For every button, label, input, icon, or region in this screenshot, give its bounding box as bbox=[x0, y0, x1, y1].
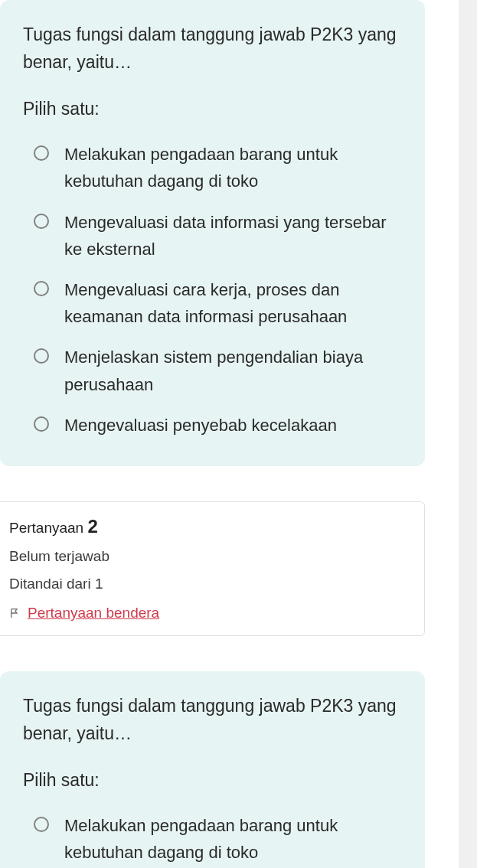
option-label: Mengevaluasi penyebab kecelakaan bbox=[64, 412, 337, 439]
flag-question-link[interactable]: Pertanyaan bendera bbox=[9, 605, 159, 622]
radio-icon[interactable] bbox=[34, 281, 49, 296]
option-row[interactable]: Menjelaskan sistem pengendalian biaya pe… bbox=[34, 344, 402, 397]
option-row[interactable]: Mengevaluasi data informasi yang terseba… bbox=[34, 209, 402, 263]
answer-status: Belum terjawab bbox=[9, 548, 413, 565]
option-label: Mengevaluasi cara kerja, proses dan keam… bbox=[64, 276, 402, 330]
option-label: Melakukan pengadaan barang untuk kebutuh… bbox=[64, 812, 402, 866]
question-number-label: Pertanyaan 2 bbox=[9, 516, 413, 537]
option-row[interactable]: Mengevaluasi penyebab kecelakaan bbox=[34, 412, 402, 439]
question-label-text: Pertanyaan bbox=[9, 520, 83, 536]
options-list: Melakukan pengadaan barang untuk kebutuh… bbox=[23, 141, 402, 439]
question-text: Tugas fungsi dalam tanggung jawab P2K3 y… bbox=[23, 21, 402, 76]
radio-icon[interactable] bbox=[34, 145, 49, 161]
radio-icon[interactable] bbox=[34, 348, 49, 364]
radio-icon[interactable] bbox=[34, 817, 49, 832]
option-row[interactable]: Mengevaluasi cara kerja, proses dan keam… bbox=[34, 276, 402, 330]
question-number: 2 bbox=[87, 516, 97, 537]
option-label: Melakukan pengadaan barang untuk kebutuh… bbox=[64, 141, 402, 194]
option-label: Mengevaluasi data informasi yang terseba… bbox=[64, 209, 402, 263]
radio-icon[interactable] bbox=[34, 214, 49, 229]
choose-one-label: Pilih satu: bbox=[23, 770, 402, 791]
marked-out-of: Ditandai dari 1 bbox=[9, 576, 413, 592]
question-info-block: Pertanyaan 2 Belum terjawab Ditandai dar… bbox=[0, 501, 425, 636]
right-gutter bbox=[459, 0, 477, 868]
flag-icon bbox=[9, 606, 21, 620]
question-card-1: Tugas fungsi dalam tanggung jawab P2K3 y… bbox=[0, 0, 425, 466]
option-label: Menjelaskan sistem pengendalian biaya pe… bbox=[64, 344, 402, 397]
flag-link-text: Pertanyaan bendera bbox=[28, 605, 159, 622]
choose-one-label: Pilih satu: bbox=[23, 99, 402, 119]
radio-icon[interactable] bbox=[34, 416, 49, 432]
options-list: Melakukan pengadaan barang untuk kebutuh… bbox=[23, 812, 402, 866]
question-text: Tugas fungsi dalam tanggung jawab P2K3 y… bbox=[23, 693, 402, 747]
question-card-2: Tugas fungsi dalam tanggung jawab P2K3 y… bbox=[0, 671, 425, 868]
option-row[interactable]: Melakukan pengadaan barang untuk kebutuh… bbox=[34, 141, 402, 194]
option-row[interactable]: Melakukan pengadaan barang untuk kebutuh… bbox=[34, 812, 402, 866]
